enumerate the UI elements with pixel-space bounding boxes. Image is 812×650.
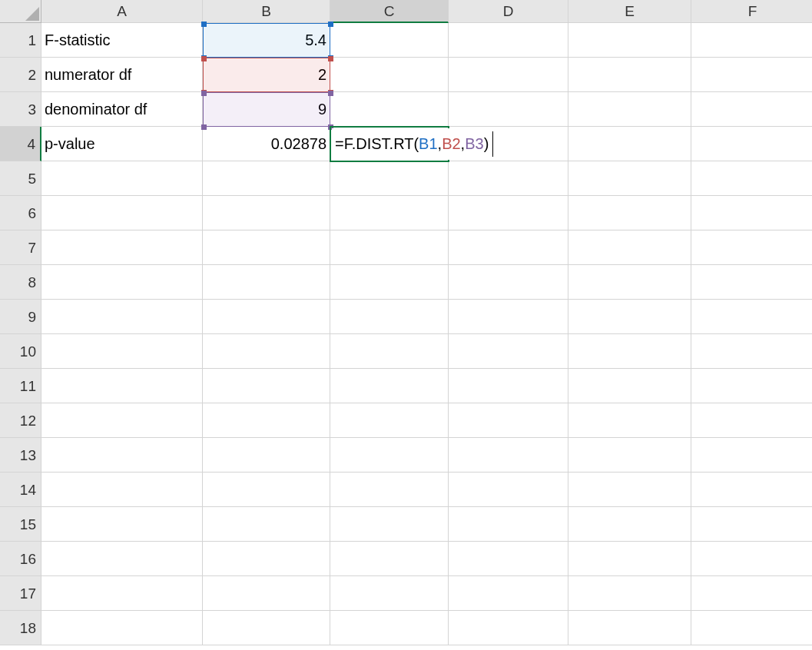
cell-E16[interactable] xyxy=(568,542,691,576)
row-header-5[interactable]: 5 xyxy=(0,161,41,196)
cell-E18[interactable] xyxy=(568,611,691,645)
column-header-D[interactable]: D xyxy=(449,0,568,23)
cell-F12[interactable] xyxy=(691,403,812,438)
cell-A1[interactable]: F-statistic xyxy=(41,23,203,58)
cell-B6[interactable] xyxy=(203,196,330,230)
cell-A8[interactable] xyxy=(41,265,203,300)
cell-E6[interactable] xyxy=(568,196,691,230)
cell-A17[interactable] xyxy=(41,576,203,611)
cell-A3[interactable]: denominator df xyxy=(41,92,203,127)
cell-A7[interactable] xyxy=(41,230,203,265)
cell-B4[interactable]: 0.02878 xyxy=(203,127,330,161)
cell-C9[interactable] xyxy=(330,300,449,334)
cell-F9[interactable] xyxy=(691,300,812,334)
cell-C8[interactable] xyxy=(330,265,449,300)
cell-D16[interactable] xyxy=(449,542,568,576)
cell-D8[interactable] xyxy=(449,265,568,300)
cell-B2[interactable]: 2 xyxy=(203,58,330,92)
cell-E13[interactable] xyxy=(568,438,691,473)
cell-C14[interactable] xyxy=(330,473,449,507)
cell-C5[interactable] xyxy=(330,161,449,196)
cell-C3[interactable] xyxy=(330,92,449,127)
row-header-7[interactable]: 7 xyxy=(0,230,41,265)
cell-E8[interactable] xyxy=(568,265,691,300)
cell-B15[interactable] xyxy=(203,507,330,542)
cell-A5[interactable] xyxy=(41,161,203,196)
cell-C10[interactable] xyxy=(330,334,449,369)
row-header-2[interactable]: 2 xyxy=(0,58,41,92)
cell-C11[interactable] xyxy=(330,369,449,403)
cell-A12[interactable] xyxy=(41,403,203,438)
cell-D9[interactable] xyxy=(449,300,568,334)
cell-C13[interactable] xyxy=(330,438,449,473)
cell-C6[interactable] xyxy=(330,196,449,230)
row-header-8[interactable]: 8 xyxy=(0,265,41,300)
cell-F5[interactable] xyxy=(691,161,812,196)
row-header-11[interactable]: 11 xyxy=(0,369,41,403)
cell-D6[interactable] xyxy=(449,196,568,230)
cell-B16[interactable] xyxy=(203,542,330,576)
row-header-14[interactable]: 14 xyxy=(0,473,41,507)
row-header-17[interactable]: 17 xyxy=(0,576,41,611)
select-all-corner[interactable] xyxy=(0,0,41,23)
cell-B1[interactable]: 5.4 xyxy=(203,23,330,58)
cell-F2[interactable] xyxy=(691,58,812,92)
cell-C16[interactable] xyxy=(330,542,449,576)
cell-E11[interactable] xyxy=(568,369,691,403)
cell-E10[interactable] xyxy=(568,334,691,369)
cell-B14[interactable] xyxy=(203,473,330,507)
cell-A2[interactable]: numerator df xyxy=(41,58,203,92)
cell-B5[interactable] xyxy=(203,161,330,196)
cell-F4[interactable] xyxy=(691,127,812,161)
cell-F3[interactable] xyxy=(691,92,812,127)
cell-A4[interactable]: p-value xyxy=(41,127,203,161)
column-header-E[interactable]: E xyxy=(568,0,691,23)
cell-D2[interactable] xyxy=(449,58,568,92)
cell-F16[interactable] xyxy=(691,542,812,576)
cell-A11[interactable] xyxy=(41,369,203,403)
cell-A14[interactable] xyxy=(41,473,203,507)
cell-F1[interactable] xyxy=(691,23,812,58)
cell-E7[interactable] xyxy=(568,230,691,265)
cell-C18[interactable] xyxy=(330,611,449,645)
cell-C15[interactable] xyxy=(330,507,449,542)
cell-D14[interactable] xyxy=(449,473,568,507)
cell-A16[interactable] xyxy=(41,542,203,576)
row-header-9[interactable]: 9 xyxy=(0,300,41,334)
spreadsheet-grid[interactable]: ABCDEF1F-statistic5.42numerator df23deno… xyxy=(0,0,812,650)
row-header-6[interactable]: 6 xyxy=(0,196,41,230)
cell-A9[interactable] xyxy=(41,300,203,334)
cell-D3[interactable] xyxy=(449,92,568,127)
cell-C1[interactable] xyxy=(330,23,449,58)
cell-D1[interactable] xyxy=(449,23,568,58)
cell-F18[interactable] xyxy=(691,611,812,645)
cell-E2[interactable] xyxy=(568,58,691,92)
row-header-16[interactable]: 16 xyxy=(0,542,41,576)
cell-C2[interactable] xyxy=(330,58,449,92)
cell-E12[interactable] xyxy=(568,403,691,438)
cell-B8[interactable] xyxy=(203,265,330,300)
formula-edit-overlay[interactable]: =F.DIST.RT(B1, B2, B3) xyxy=(332,128,492,160)
cell-E17[interactable] xyxy=(568,576,691,611)
cell-D11[interactable] xyxy=(449,369,568,403)
cell-B3[interactable]: 9 xyxy=(203,92,330,127)
row-header-3[interactable]: 3 xyxy=(0,92,41,127)
column-header-C[interactable]: C xyxy=(330,0,449,23)
cell-B10[interactable] xyxy=(203,334,330,369)
cell-E5[interactable] xyxy=(568,161,691,196)
column-header-A[interactable]: A xyxy=(41,0,203,23)
cell-E4[interactable] xyxy=(568,127,691,161)
cell-A6[interactable] xyxy=(41,196,203,230)
column-header-B[interactable]: B xyxy=(203,0,330,23)
cell-F10[interactable] xyxy=(691,334,812,369)
cell-F8[interactable] xyxy=(691,265,812,300)
row-header-10[interactable]: 10 xyxy=(0,334,41,369)
cell-B12[interactable] xyxy=(203,403,330,438)
row-header-4[interactable]: 4 xyxy=(0,127,41,161)
cell-C12[interactable] xyxy=(330,403,449,438)
cell-E14[interactable] xyxy=(568,473,691,507)
cell-F13[interactable] xyxy=(691,438,812,473)
cell-B7[interactable] xyxy=(203,230,330,265)
cell-F7[interactable] xyxy=(691,230,812,265)
row-header-13[interactable]: 13 xyxy=(0,438,41,473)
